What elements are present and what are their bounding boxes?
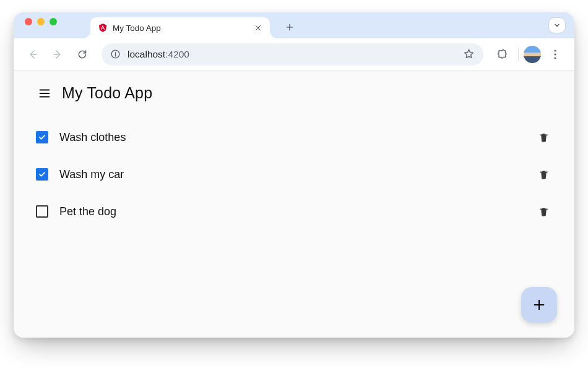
browser-toolbar: localhost:4200: [14, 38, 574, 70]
chevron-down-icon: [553, 22, 561, 29]
new-tab-button[interactable]: [281, 19, 298, 36]
arrow-left-icon: [27, 49, 38, 60]
kebab-icon: [554, 49, 556, 59]
app-header: My Todo App: [14, 70, 574, 107]
extensions-button[interactable]: [492, 44, 513, 65]
todo-label: Wash clothes: [59, 131, 534, 144]
reload-icon: [77, 49, 88, 60]
tabs-dropdown-button[interactable]: [548, 17, 566, 33]
svg-point-3: [554, 53, 556, 55]
hamburger-icon: [38, 87, 51, 100]
todo-list: Wash clothes Wash my car: [14, 107, 574, 227]
plus-icon: [285, 23, 294, 32]
todo-item: Pet the dog: [33, 196, 556, 227]
trash-icon: [538, 206, 549, 218]
todo-checkbox[interactable]: [36, 131, 48, 143]
plus-icon: [532, 298, 546, 312]
page-title: My Todo App: [62, 84, 152, 102]
app-viewport: My Todo App Wash clothes Wash m: [14, 70, 574, 338]
toolbar-right: [492, 44, 566, 65]
check-icon: [38, 170, 46, 179]
todo-item: Wash clothes: [33, 122, 556, 153]
bookmark-button[interactable]: [460, 46, 477, 63]
profile-avatar[interactable]: [524, 46, 541, 63]
check-icon: [38, 133, 46, 142]
nav-forward-button[interactable]: [47, 44, 68, 65]
window-minimize-button[interactable]: [37, 18, 45, 25]
tab-title: My Todo App: [113, 23, 248, 33]
address-url: localhost:4200: [128, 49, 454, 60]
tab-close-button[interactable]: [253, 22, 264, 33]
toolbar-divider: [518, 48, 519, 61]
nav-drawer-button[interactable]: [36, 85, 53, 102]
info-icon: [110, 49, 121, 59]
url-port: :4200: [165, 49, 189, 59]
todo-delete-button[interactable]: [534, 164, 553, 184]
angular-icon: [98, 23, 108, 33]
svg-point-1: [115, 52, 116, 53]
nav-back-button[interactable]: [22, 44, 43, 65]
address-bar[interactable]: localhost:4200: [102, 43, 483, 66]
todo-label: Pet the dog: [59, 205, 534, 218]
todo-label: Wash my car: [59, 168, 534, 181]
todo-checkbox[interactable]: [36, 168, 48, 181]
todo-delete-button[interactable]: [534, 127, 553, 147]
browser-tab[interactable]: My Todo App: [90, 17, 270, 38]
window-fullscreen-button[interactable]: [50, 18, 57, 25]
window-controls: [14, 12, 66, 38]
todo-checkbox[interactable]: [36, 205, 48, 218]
svg-point-2: [554, 49, 556, 51]
todo-item: Wash my car: [33, 159, 556, 190]
window-close-button[interactable]: [25, 18, 32, 25]
arrow-right-icon: [52, 49, 63, 60]
tab-strip: My Todo App: [14, 12, 574, 38]
add-todo-fab[interactable]: [521, 287, 557, 323]
todo-delete-button[interactable]: [534, 202, 553, 221]
site-info-button[interactable]: [109, 48, 121, 61]
url-host: localhost: [128, 49, 165, 59]
trash-icon: [538, 132, 549, 143]
svg-point-4: [554, 57, 556, 59]
star-icon: [463, 48, 475, 60]
trash-icon: [538, 169, 549, 181]
browser-window: My Todo App: [14, 12, 574, 338]
puzzle-icon: [497, 49, 508, 60]
close-icon: [254, 24, 262, 32]
nav-reload-button[interactable]: [72, 44, 93, 65]
browser-menu-button[interactable]: [545, 44, 566, 65]
